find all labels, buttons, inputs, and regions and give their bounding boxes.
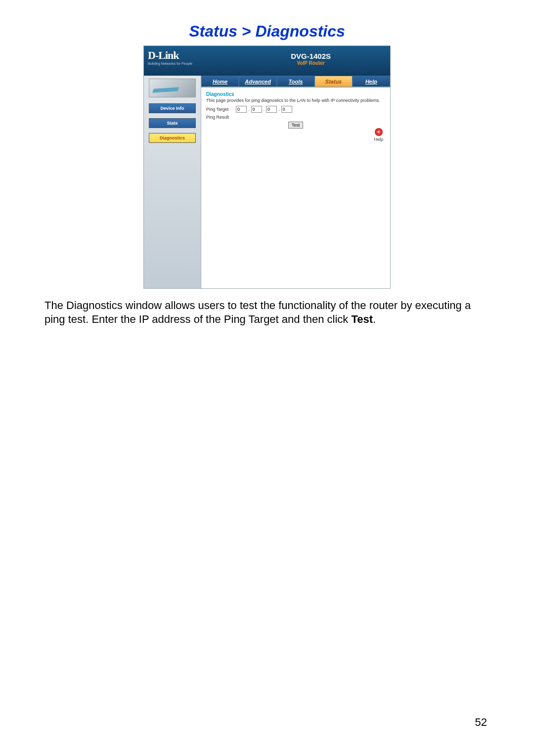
dot-icon: . <box>278 107 280 112</box>
logo-area: D-Link Building Networks for People <box>148 49 192 65</box>
section-title: Diagnostics <box>206 91 385 97</box>
ip-octet-2[interactable] <box>251 106 262 113</box>
sidebar-item-stats[interactable]: Stats <box>149 118 196 128</box>
ping-target-row: Ping Target . . . <box>206 106 385 113</box>
sidebar-item-device-info[interactable]: Device Info <box>149 103 196 113</box>
tab-home[interactable]: Home <box>201 76 239 87</box>
doc-text-after: . <box>373 313 376 325</box>
ip-octet-3[interactable] <box>266 106 277 113</box>
dot-icon: . <box>264 107 265 112</box>
content-area: Diagnostics This page provides for ping … <box>201 88 390 288</box>
ping-result-row: Ping Result <box>206 115 385 120</box>
model-name: DVG-1402S <box>291 52 331 60</box>
help-icon: + <box>375 128 383 136</box>
page-title: Status > Diagnostics <box>0 22 534 41</box>
logo-text: D-Link <box>148 49 192 62</box>
header-bar: D-Link Building Networks for People DVG-… <box>144 46 390 76</box>
document-paragraph: The Diagnostics window allows users to t… <box>44 299 490 326</box>
sidebar: Device Info Stats Diagnostics <box>144 76 201 288</box>
tab-help[interactable]: Help <box>353 76 390 87</box>
ip-octet-4[interactable] <box>281 106 292 113</box>
main-panel: Home Advanced Tools Status Help Diagnost… <box>201 76 390 288</box>
router-screenshot: D-Link Building Networks for People DVG-… <box>143 45 391 289</box>
model-subtitle: VoIP Router <box>291 60 331 66</box>
help-label: Help <box>374 137 383 142</box>
tab-tools[interactable]: Tools <box>277 76 314 87</box>
ping-target-label: Ping Target <box>206 107 236 112</box>
tab-row: Home Advanced Tools Status Help <box>201 76 390 88</box>
dot-icon: . <box>248 107 250 112</box>
doc-text-bold: Test <box>351 313 373 325</box>
device-image <box>149 79 196 97</box>
page-number: 52 <box>475 716 487 729</box>
ip-octet-1[interactable] <box>236 106 247 113</box>
model-block: DVG-1402S VoIP Router <box>291 52 331 66</box>
ping-result-label: Ping Result <box>206 115 236 120</box>
section-description: This page provides for ping diagnostics … <box>206 98 385 103</box>
test-button[interactable]: Test <box>288 122 304 129</box>
tab-advanced[interactable]: Advanced <box>239 76 276 87</box>
doc-text-before: The Diagnostics window allows users to t… <box>44 299 471 325</box>
sidebar-item-diagnostics[interactable]: Diagnostics <box>149 133 196 143</box>
tab-status[interactable]: Status <box>314 76 352 87</box>
help-button[interactable]: + Help <box>374 128 383 142</box>
logo-tagline: Building Networks for People <box>148 62 192 65</box>
